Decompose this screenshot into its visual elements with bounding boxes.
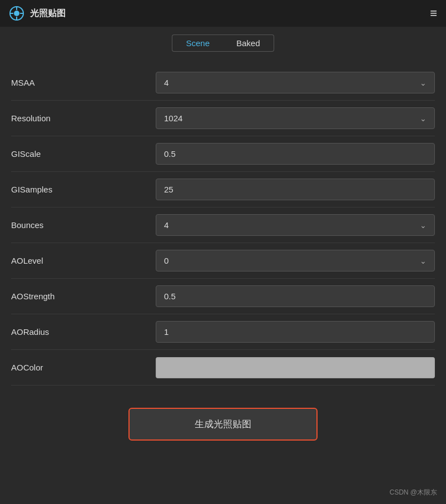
gisamples-row: GISamples 25	[11, 172, 435, 207]
aostrength-label: AOStrength	[11, 291, 156, 301]
footer-text: CSDN @木限东	[389, 488, 437, 496]
gisamples-value: 25	[164, 185, 174, 194]
bounces-arrow-icon: ⌄	[420, 221, 427, 230]
aocolor-label: AOColor	[11, 363, 156, 372]
gisamples-control: 25	[156, 179, 435, 200]
app-title: 光照贴图	[30, 8, 66, 19]
svg-point-1	[14, 11, 19, 16]
giscale-label: GIScale	[11, 149, 156, 159]
aostrength-input[interactable]: 0.5	[156, 285, 435, 307]
aolevel-arrow-icon: ⌄	[420, 256, 427, 265]
msaa-control: 4 ⌄	[156, 72, 435, 93]
resolution-dropdown[interactable]: 1024 ⌄	[156, 107, 435, 129]
aoradius-label: AORadius	[11, 327, 156, 337]
gisamples-label: GISamples	[11, 185, 156, 194]
generate-button[interactable]: 生成光照贴图	[128, 408, 318, 441]
aoradius-control: 1	[156, 321, 435, 343]
button-row: 生成光照贴图	[0, 391, 446, 452]
resolution-value: 1024	[164, 113, 182, 123]
giscale-input[interactable]: 0.5	[156, 143, 435, 165]
aolevel-dropdown[interactable]: 0 ⌄	[156, 250, 435, 271]
aolevel-value: 0	[164, 256, 169, 265]
bounces-row: Bounces 4 ⌄	[11, 207, 435, 243]
msaa-value: 4	[164, 78, 169, 87]
giscale-row: GIScale 0.5	[11, 136, 435, 172]
aoradius-input[interactable]: 1	[156, 321, 435, 343]
settings-panel: MSAA 4 ⌄ Resolution 1024 ⌄ GIScale 0.5 G…	[0, 60, 446, 391]
logo-group: 光照贴图	[9, 6, 66, 21]
aoradius-row: AORadius 1	[11, 314, 435, 350]
aocolor-input[interactable]	[156, 357, 435, 378]
bounces-label: Bounces	[11, 220, 156, 230]
header: 光照贴图 ≡	[0, 0, 446, 27]
aolevel-label: AOLevel	[11, 256, 156, 265]
msaa-dropdown[interactable]: 4 ⌄	[156, 72, 435, 93]
gisamples-input[interactable]: 25	[156, 179, 435, 200]
bounces-value: 4	[164, 220, 169, 230]
msaa-row: MSAA 4 ⌄	[11, 65, 435, 101]
aocolor-row: AOColor	[11, 350, 435, 386]
hamburger-icon[interactable]: ≡	[430, 6, 437, 21]
giscale-control: 0.5	[156, 143, 435, 165]
aoradius-value: 1	[164, 327, 169, 337]
bounces-dropdown[interactable]: 4 ⌄	[156, 214, 435, 236]
aostrength-value: 0.5	[164, 291, 176, 301]
resolution-label: Resolution	[11, 113, 156, 123]
msaa-label: MSAA	[11, 78, 156, 87]
aolevel-row: AOLevel 0 ⌄	[11, 243, 435, 279]
resolution-row: Resolution 1024 ⌄	[11, 101, 435, 136]
aostrength-control: 0.5	[156, 285, 435, 307]
resolution-arrow-icon: ⌄	[420, 114, 427, 123]
giscale-value: 0.5	[164, 149, 176, 159]
logo-icon	[9, 6, 24, 21]
footer: CSDN @木限东	[389, 488, 437, 497]
tab-bar: Scene Baked	[0, 27, 446, 60]
aocolor-control	[156, 357, 435, 378]
aolevel-control: 0 ⌄	[156, 250, 435, 271]
tab-scene[interactable]: Scene	[172, 34, 223, 52]
msaa-arrow-icon: ⌄	[420, 78, 427, 87]
tab-baked[interactable]: Baked	[223, 34, 274, 52]
bounces-control: 4 ⌄	[156, 214, 435, 236]
aostrength-row: AOStrength 0.5	[11, 279, 435, 314]
resolution-control: 1024 ⌄	[156, 107, 435, 129]
